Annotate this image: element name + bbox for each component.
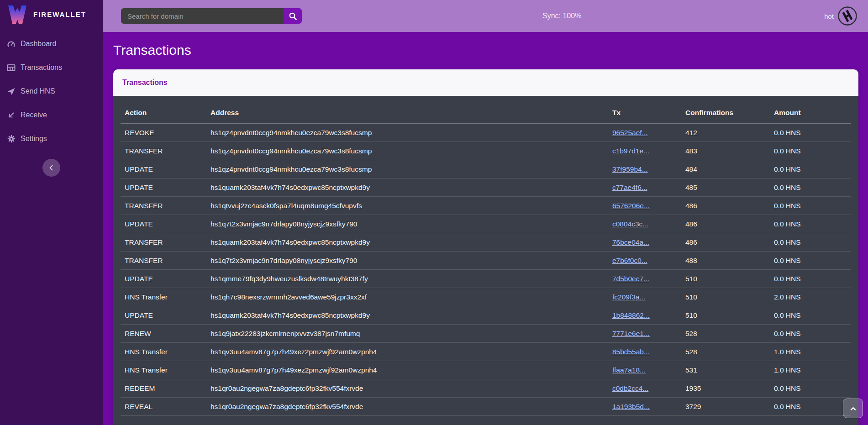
tx-link[interactable]: c77ae4f6...	[612, 184, 647, 191]
tx-link[interactable]: 1b848862...	[612, 311, 650, 319]
tx-link[interactable]: 37f959b4...	[612, 165, 648, 173]
column-header-action: Action	[121, 96, 206, 124]
confirmations-cell: 528	[681, 343, 770, 361]
address-cell: hs1qz4pnvdnt0ccg94nmkhcu0ezca79wc3s8fucs…	[206, 160, 608, 178]
sidebar-collapse-button[interactable]	[42, 159, 60, 177]
tx-link[interactable]: 7d5b0ec7...	[612, 275, 649, 283]
sidebar-item-dashboard[interactable]: Dashboard	[0, 32, 103, 56]
dashboard-gauge-icon	[7, 40, 16, 48]
tx-link[interactable]: 1a193b5d...	[612, 403, 650, 410]
table-row: TRANSFERhs1qz4pnvdnt0ccg94nmkhcu0ezca79w…	[121, 142, 851, 160]
sidebar-item-label: Send HNS	[21, 87, 55, 95]
column-header-amount: Amount	[770, 96, 851, 124]
amount-cell: 0.0 HNS	[770, 252, 851, 270]
brand[interactable]: FIREWALLET	[0, 0, 103, 26]
action-cell: REDEEM	[121, 379, 206, 398]
table-row: UPDATEhs1quamk203taf4vk7h74s0edxpwc85ncp…	[121, 178, 851, 197]
column-header-tx: Tx	[608, 96, 681, 124]
action-cell: UPDATE	[121, 215, 206, 233]
table-row: REVOKEhs1qz4pnvdnt0ccg94nmkhcu0ezca79wc3…	[121, 124, 851, 142]
amount-cell: 1.0 HNS	[770, 343, 851, 361]
confirmations-cell: 483	[681, 142, 770, 160]
confirmations-cell: 1935	[681, 379, 770, 398]
table-row: HNS Transferhs1qv3uu4amv87g7p7h49xez2pmz…	[121, 361, 851, 379]
tx-cell: 96525aef...	[608, 124, 681, 142]
tx-cell: e7b6f0c0...	[608, 252, 681, 270]
settings-gear-icon	[7, 135, 16, 143]
topbar: Sync: 100% hot	[103, 0, 868, 32]
tx-cell: 7771e6e1...	[608, 325, 681, 343]
action-cell: TRANSFER	[121, 233, 206, 252]
amount-cell: 0.0 HNS	[770, 178, 851, 197]
action-cell: HNS Transfer	[121, 343, 206, 361]
address-cell: hs1q9jatx22283jzkcmlrnenjxvvzv387jsn7mfu…	[206, 325, 608, 343]
search-icon	[289, 12, 297, 21]
action-cell: REVOKE	[121, 124, 206, 142]
tx-link[interactable]: 76bce04a...	[612, 238, 649, 246]
tx-link[interactable]: 7771e6e1...	[612, 330, 650, 337]
sidebar-item-settings[interactable]: Settings	[0, 127, 103, 151]
confirmations-cell: 486	[681, 233, 770, 252]
confirmations-cell: 485	[681, 178, 770, 197]
table-row: UPDATEhs1qz4pnvdnt0ccg94nmkhcu0ezca79wc3…	[121, 160, 851, 178]
tx-cell: 6576206e...	[608, 197, 681, 215]
tx-cell: c1b97d1e...	[608, 142, 681, 160]
confirmations-cell: 531	[681, 361, 770, 379]
chevron-up-icon	[850, 407, 856, 413]
amount-cell: 0.0 HNS	[770, 379, 851, 398]
tx-link[interactable]: e7b6f0c0...	[612, 257, 647, 264]
action-cell: TRANSFER	[121, 252, 206, 270]
address-cell: hs1quamk203taf4vk7h74s0edxpwc85ncptxwpkd…	[206, 233, 608, 252]
tx-link[interactable]: 96525aef...	[612, 129, 648, 136]
sidebar-item-transactions[interactable]: Transactions	[0, 56, 103, 79]
tx-link[interactable]: c0db2cc4...	[612, 384, 648, 392]
amount-cell: 0.0 HNS	[770, 270, 851, 288]
tx-link[interactable]: ffaa7a18...	[612, 366, 646, 374]
confirmations-cell: 484	[681, 160, 770, 178]
sidebar-item-label: Receive	[21, 111, 47, 119]
confirmations-cell: 510	[681, 270, 770, 288]
send-plane-icon	[7, 87, 16, 96]
amount-cell: 0.0 HNS	[770, 233, 851, 252]
tx-link[interactable]: c0804c3c...	[612, 220, 648, 228]
address-cell: hs1quamk203taf4vk7h74s0edxpwc85ncptxwpkd…	[206, 306, 608, 325]
sidebar-item-label: Dashboard	[21, 40, 56, 48]
transactions-table-body: REVOKEhs1qz4pnvdnt0ccg94nmkhcu0ezca79wc3…	[121, 124, 851, 416]
tx-cell: fc209f3a...	[608, 288, 681, 306]
action-cell: UPDATE	[121, 270, 206, 288]
confirmations-cell: 486	[681, 215, 770, 233]
confirmations-cell: 510	[681, 288, 770, 306]
tx-link[interactable]: fc209f3a...	[612, 293, 645, 301]
search-button[interactable]	[284, 8, 302, 24]
sidebar: FIREWALLET DashboardTransactionsSend HNS…	[0, 0, 103, 425]
amount-cell: 0.0 HNS	[770, 306, 851, 325]
amount-cell: 0.0 HNS	[770, 124, 851, 142]
tx-cell: c77ae4f6...	[608, 178, 681, 197]
table-row: TRANSFERhs1quamk203taf4vk7h74s0edxpwc85n…	[121, 233, 851, 252]
tx-link[interactable]: 85bd55ab...	[612, 348, 650, 356]
address-cell: hs1qr0au2ngegwa7za8gdeptc6fp32fkv554fxrv…	[206, 398, 608, 416]
confirmations-cell: 488	[681, 252, 770, 270]
column-header-confirmations: Confirmations	[681, 96, 770, 124]
tx-link[interactable]: c1b97d1e...	[612, 147, 649, 155]
table-row: HNS Transferhs1qv3uu4amv87g7p7h49xez2pmz…	[121, 343, 851, 361]
sidebar-item-send-hns[interactable]: Send HNS	[0, 79, 103, 103]
tx-link[interactable]: 6576206e...	[612, 202, 650, 210]
search-input[interactable]	[121, 8, 284, 24]
table-row: TRANSFERhs1q7t2x3vmjac9n7drlapy08nyjyscj…	[121, 252, 851, 270]
action-cell: TRANSFER	[121, 142, 206, 160]
action-cell: HNS Transfer	[121, 361, 206, 379]
wallet-selector[interactable]: hot	[824, 0, 857, 32]
sidebar-item-receive[interactable]: Receive	[0, 103, 103, 127]
sidebar-item-label: Transactions	[21, 63, 62, 72]
tx-cell: 85bd55ab...	[608, 343, 681, 361]
action-cell: RENEW	[121, 325, 206, 343]
table-row: REDEEMhs1qr0au2ngegwa7za8gdeptc6fp32fkv5…	[121, 379, 851, 398]
table-row: HNS Transferhs1qh7c98nexsrzwrmnh2avved6a…	[121, 288, 851, 306]
address-cell: hs1q7t2x3vmjac9n7drlapy08nyjyscjz9xsfky7…	[206, 252, 608, 270]
scroll-to-top-button[interactable]	[843, 399, 863, 418]
search-group	[121, 8, 302, 24]
table-row: UPDATEhs1q7t2x3vmjac9n7drlapy08nyjyscjz9…	[121, 215, 851, 233]
tx-cell: c0804c3c...	[608, 215, 681, 233]
confirmations-cell: 3729	[681, 398, 770, 416]
